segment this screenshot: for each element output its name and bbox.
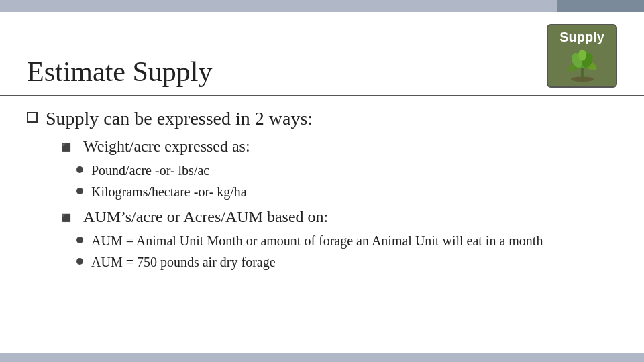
header-section: Estimate Supply Supply	[0, 12, 644, 96]
svg-point-7	[578, 50, 586, 61]
sub-sub-item-aum-def: AUM = Animal Unit Month or amount of for…	[76, 231, 617, 250]
supply-logo-text: Supply	[559, 29, 604, 45]
sub-bullet-weight: ◾	[56, 138, 76, 157]
top-bar	[0, 0, 644, 12]
sub-bullet-aum: ◾	[56, 208, 76, 227]
sub-sub-text-pound: Pound/acre -or- lbs/ac	[91, 161, 209, 180]
supply-logo-box: Supply	[547, 24, 617, 88]
sub-item-weight-text: Weight/acre expressed as:	[83, 137, 250, 156]
square-bullet	[27, 112, 38, 123]
sub-sub-text-kilo: Kilograms/hectare -or- kg/ha	[91, 182, 247, 201]
sub-sub-section-weight: Pound/acre -or- lbs/ac Kilograms/hectare…	[76, 161, 617, 201]
top-bar-accent	[557, 0, 644, 12]
circle-bullet-aum-def	[76, 237, 83, 243]
top-level-text: Supply can be expressed in 2 ways:	[46, 108, 313, 129]
sub-sub-item-pound: Pound/acre -or- lbs/ac	[76, 161, 617, 180]
sub-section-aum: ◾ AUM’s/acre or Acres/AUM based on: AUM …	[56, 208, 617, 272]
page-title: Estimate Supply	[27, 56, 213, 88]
sub-sub-text-aum-lbs: AUM = 750 pounds air dry forage	[91, 253, 276, 272]
main-content: Supply can be expressed in 2 ways: ◾ Wei…	[0, 96, 644, 285]
sub-item-aum: ◾ AUM’s/acre or Acres/AUM based on:	[56, 208, 617, 227]
circle-bullet-pound	[76, 166, 83, 173]
sub-sub-section-aum: AUM = Animal Unit Month or amount of for…	[76, 231, 617, 272]
sub-sub-text-aum-def: AUM = Animal Unit Month or amount of for…	[91, 231, 543, 250]
bottom-bar	[0, 353, 644, 362]
sub-item-aum-text: AUM’s/acre or Acres/AUM based on:	[83, 208, 328, 226]
sub-section-weight: ◾ Weight/acre expressed as: Pound/acre -…	[56, 137, 617, 201]
plant-icon	[562, 48, 602, 82]
sub-item-weight: ◾ Weight/acre expressed as:	[56, 137, 617, 157]
sub-sub-item-kilo: Kilograms/hectare -or- kg/ha	[76, 182, 617, 201]
circle-bullet-kilo	[76, 188, 83, 194]
top-level-item: Supply can be expressed in 2 ways:	[27, 108, 617, 129]
circle-bullet-aum-lbs	[76, 258, 83, 265]
sub-sub-item-aum-lbs: AUM = 750 pounds air dry forage	[76, 253, 617, 272]
